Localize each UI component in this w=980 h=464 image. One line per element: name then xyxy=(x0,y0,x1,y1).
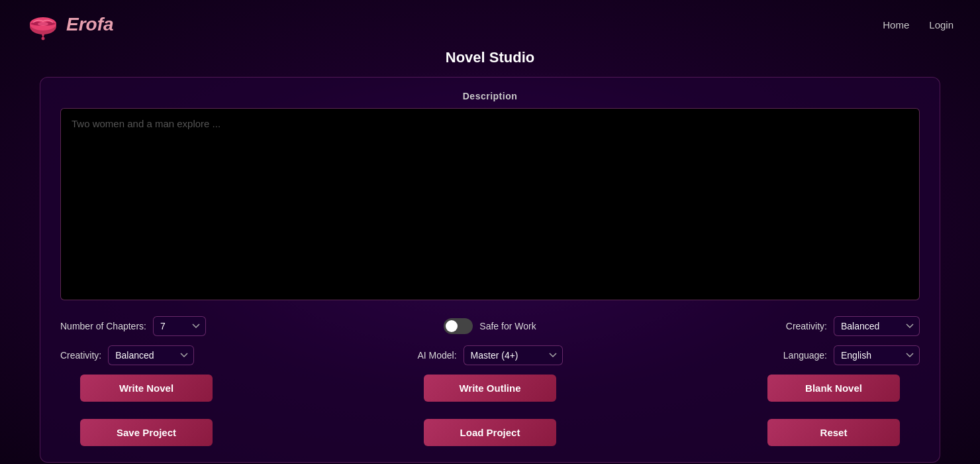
description-textarea[interactable] xyxy=(60,108,920,300)
language-label: Language: xyxy=(783,350,827,361)
svg-point-3 xyxy=(42,37,45,40)
logo-area: Erofa xyxy=(26,8,114,41)
logo-icon xyxy=(26,8,60,41)
brand-name: Erofa xyxy=(66,14,114,35)
creativity-right-label: Creativity: xyxy=(786,321,827,331)
main-container: Description Number of Chapters: 7 1 2 3 … xyxy=(40,77,940,463)
blank-novel-group: Blank Novel xyxy=(721,375,920,402)
nav-links: Home Login xyxy=(883,19,954,30)
creativity-right-group: Creativity: Balanced Low High Very High xyxy=(721,316,920,336)
creativity-left-group: Creativity: Balanced Low High Very High xyxy=(60,345,259,365)
page-title: Novel Studio xyxy=(0,49,980,66)
buttons-row-1: Write Novel Write Outline Blank Novel xyxy=(60,375,920,402)
navbar: Erofa Home Login xyxy=(0,0,980,49)
nav-home[interactable]: Home xyxy=(883,19,909,30)
creativity-right-select[interactable]: Balanced Low High Very High xyxy=(834,316,920,336)
svg-point-2 xyxy=(38,22,48,26)
controls-row-2: Creativity: Balanced Low High Very High … xyxy=(60,345,920,365)
chapters-select[interactable]: 7 1 2 3 4 5 6 8 9 10 xyxy=(153,316,206,336)
save-project-button[interactable]: Save Project xyxy=(80,419,213,446)
chapters-label: Number of Chapters: xyxy=(60,321,146,331)
controls-row-1: Number of Chapters: 7 1 2 3 4 5 6 8 9 10 xyxy=(60,316,920,336)
ai-model-select[interactable]: Master (4+) Basic Advanced xyxy=(464,345,563,365)
creativity-left-label: Creativity: xyxy=(60,350,101,361)
safe-work-toggle[interactable] xyxy=(444,318,473,334)
safe-work-group: Safe for Work xyxy=(391,318,589,334)
buttons-row-2: Save Project Load Project Reset xyxy=(60,419,920,446)
load-project-button[interactable]: Load Project xyxy=(424,419,556,446)
controls-section: Number of Chapters: 7 1 2 3 4 5 6 8 9 10 xyxy=(60,316,920,446)
description-label: Description xyxy=(60,91,920,101)
write-outline-button[interactable]: Write Outline xyxy=(424,375,556,402)
write-novel-button[interactable]: Write Novel xyxy=(80,375,213,402)
ai-model-label: AI Model: xyxy=(417,350,456,361)
nav-login[interactable]: Login xyxy=(929,19,954,30)
ai-model-group: AI Model: Master (4+) Basic Advanced xyxy=(391,345,589,365)
chapters-group: Number of Chapters: 7 1 2 3 4 5 6 8 9 10 xyxy=(60,316,259,336)
safe-work-label: Safe for Work xyxy=(479,321,536,331)
load-project-group: Load Project xyxy=(391,419,589,446)
creativity-left-select[interactable]: Balanced Low High Very High xyxy=(108,345,194,365)
reset-button[interactable]: Reset xyxy=(767,419,900,446)
toggle-knob xyxy=(446,320,458,332)
blank-novel-button[interactable]: Blank Novel xyxy=(767,375,900,402)
write-outline-group: Write Outline xyxy=(391,375,589,402)
write-novel-group: Write Novel xyxy=(60,375,259,402)
language-select[interactable]: English Spanish French German Italian Po… xyxy=(834,345,920,365)
save-project-group: Save Project xyxy=(60,419,259,446)
language-group: Language: English Spanish French German … xyxy=(721,345,920,365)
reset-group: Reset xyxy=(721,419,920,446)
